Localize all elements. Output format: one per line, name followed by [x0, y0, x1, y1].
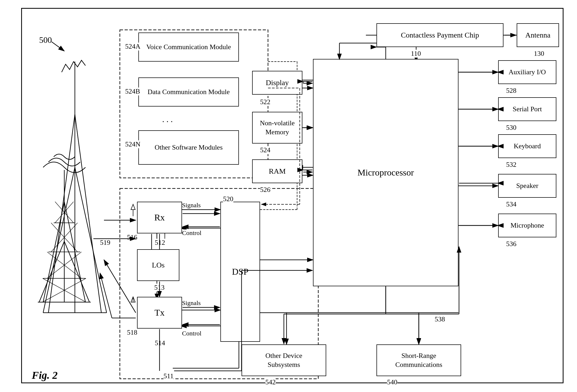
serial-port-box: Serial Port: [498, 97, 556, 121]
ram-box: RAM: [252, 159, 302, 183]
svg-marker-103: [131, 204, 135, 210]
microphone-box: Microphone: [498, 214, 556, 237]
other-modules-box: Other Software Modules: [138, 130, 239, 165]
label-513: 513: [154, 284, 165, 292]
short-range-label: Short-RangeCommunications: [395, 351, 442, 369]
label-524B: 524B: [125, 87, 140, 95]
microprocessor-label: Microprocessor: [357, 167, 414, 178]
short-range-box: Short-RangeCommunications: [376, 344, 461, 376]
antenna-tower: [38, 149, 107, 318]
figure-label: Fig. 2: [32, 369, 58, 381]
ram-label: RAM: [269, 167, 286, 176]
signals-bottom-label: Signals: [182, 299, 201, 307]
label-522: 522: [260, 98, 270, 106]
dsp-box: DSP: [220, 202, 260, 342]
control-bottom-label: Control: [182, 330, 201, 337]
speaker-box: Speaker: [498, 174, 556, 198]
svg-line-46: [64, 241, 89, 302]
label-511: 511: [163, 372, 174, 380]
other-device-label: Other DeviceSubsystems: [265, 351, 302, 369]
label-536: 536: [506, 240, 516, 248]
signals-top-label: Signals: [182, 202, 201, 209]
label-130: 130: [534, 50, 544, 58]
diagram-container: Voice Communication Module Data Communic…: [21, 8, 564, 383]
rx-label: Rx: [154, 212, 165, 223]
label-516: 516: [127, 233, 137, 241]
label-538: 538: [435, 315, 445, 323]
svg-line-45: [39, 241, 64, 302]
non-volatile-label: Non-volatileMemory: [260, 119, 294, 137]
other-modules-label: Other Software Modules: [155, 143, 222, 152]
antenna-box: Antenna: [517, 23, 559, 47]
label-518: 518: [127, 329, 137, 336]
label-528: 528: [506, 87, 516, 95]
keyboard-label: Keyboard: [514, 142, 541, 151]
svg-line-107: [52, 42, 64, 51]
rx-box: Rx: [137, 202, 182, 233]
label-520: 520: [223, 195, 233, 203]
non-volatile-box: Non-volatileMemory: [252, 112, 302, 144]
label-526: 526: [260, 186, 270, 194]
los-box: LOs: [137, 249, 179, 281]
label-524A: 524A: [125, 43, 140, 50]
voice-module-box: Voice Communication Module: [138, 33, 239, 62]
data-module-label: Data Communication Module: [148, 87, 230, 96]
contactless-box: Contactless Payment Chip: [376, 23, 503, 47]
contactless-label: Contactless Payment Chip: [401, 30, 479, 40]
svg-marker-105: [131, 297, 135, 302]
label-110: 110: [411, 50, 421, 58]
antenna-label: Antenna: [525, 30, 551, 40]
label-500: 500: [39, 35, 52, 45]
tx-label: Tx: [155, 307, 165, 319]
other-device-box: Other DeviceSubsystems: [242, 344, 326, 376]
display-box: Display: [252, 71, 302, 95]
microphone-label: Microphone: [510, 221, 544, 230]
speaker-label: Speaker: [516, 181, 538, 190]
keyboard-box: Keyboard: [498, 134, 556, 158]
voice-module-label: Voice Communication Module: [146, 43, 231, 52]
dots-1: . . .: [162, 114, 173, 124]
los-label: LOs: [152, 260, 165, 270]
label-534: 534: [506, 200, 516, 208]
label-540: 540: [387, 378, 397, 386]
control-top-label: Control: [182, 229, 201, 237]
data-module-box: Data Communication Module: [138, 77, 239, 107]
label-524N: 524N: [125, 140, 140, 148]
tx-box: Tx: [137, 297, 182, 329]
auxiliary-label: Auxiliary I/O: [509, 68, 546, 77]
label-530: 530: [506, 124, 516, 132]
dsp-label: DSP: [232, 266, 248, 278]
label-514: 514: [155, 339, 165, 347]
label-542: 542: [265, 378, 276, 386]
label-512: 512: [155, 239, 165, 247]
label-524: 524: [260, 146, 270, 154]
label-532: 532: [506, 161, 516, 169]
svg-line-14: [104, 260, 136, 313]
auxiliary-box: Auxiliary I/O: [498, 60, 556, 84]
display-label: Display: [266, 78, 289, 87]
serial-port-label: Serial Port: [513, 105, 542, 114]
microprocessor-box: Microprocessor: [313, 59, 458, 286]
